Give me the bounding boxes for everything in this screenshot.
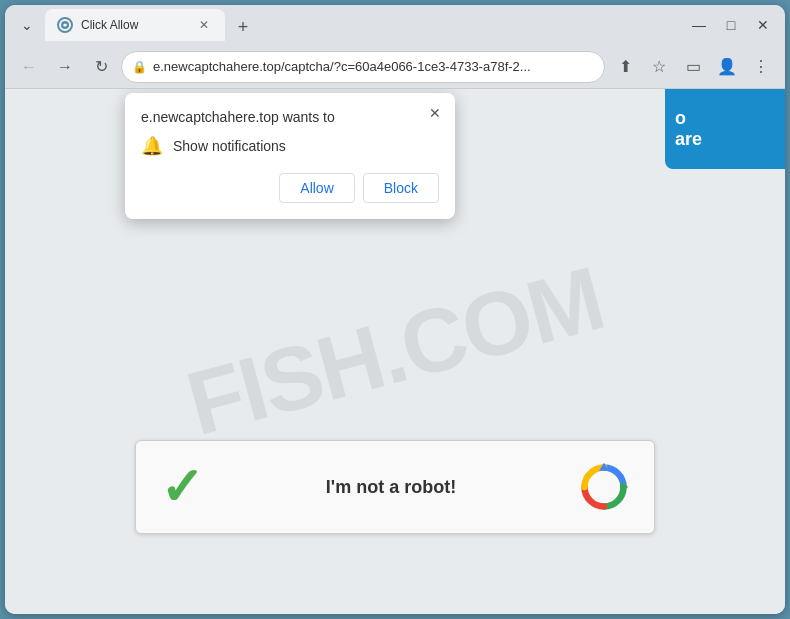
forward-button[interactable]: → <box>49 51 81 83</box>
address-bar[interactable]: 🔒 e.newcaptchahere.top/captcha/?c=60a4e0… <box>121 51 605 83</box>
toolbar-right: ⬆ ☆ ▭ 👤 ⋮ <box>609 51 777 83</box>
reload-button[interactable]: ↻ <box>85 51 117 83</box>
captcha-container: ✓ I'm not a robot! <box>135 440 655 534</box>
blue-header-line2: are <box>675 129 702 150</box>
tabs-area: Click Allow ✕ + <box>41 9 685 41</box>
browser-window: ⌄ Click Allow ✕ + — □ <box>5 5 785 614</box>
popup-buttons: Allow Block <box>141 173 439 203</box>
blue-header: o are <box>665 89 785 169</box>
notification-popup: ✕ e.newcaptchahere.top wants to 🔔 Show n… <box>125 93 455 219</box>
new-tab-button[interactable]: + <box>229 13 257 41</box>
popup-close-button[interactable]: ✕ <box>423 101 447 125</box>
captcha-label: I'm not a robot! <box>326 477 456 498</box>
tab-title: Click Allow <box>81 18 187 32</box>
chevron-down-button[interactable]: ⌄ <box>13 11 41 39</box>
blue-header-line1: o <box>675 108 686 129</box>
window-controls: — □ ✕ <box>685 11 777 39</box>
tab-favicon <box>57 17 73 33</box>
address-text: e.newcaptchahere.top/captcha/?c=60a4e066… <box>153 59 594 74</box>
back-button[interactable]: ← <box>13 51 45 83</box>
title-bar: ⌄ Click Allow ✕ + — □ <box>5 5 785 45</box>
minimize-button[interactable]: — <box>685 11 713 39</box>
lock-icon: 🔒 <box>132 60 147 74</box>
toolbar: ← → ↻ 🔒 e.newcaptchahere.top/captcha/?c=… <box>5 45 785 89</box>
recaptcha-logo <box>578 461 630 513</box>
block-button[interactable]: Block <box>363 173 439 203</box>
profile-button[interactable]: 👤 <box>711 51 743 83</box>
active-tab[interactable]: Click Allow ✕ <box>45 9 225 41</box>
tab-close-button[interactable]: ✕ <box>195 16 213 34</box>
menu-button[interactable]: ⋮ <box>745 51 777 83</box>
watermark-text: FISH.COM <box>177 247 613 456</box>
popup-permission-text: Show notifications <box>173 138 286 154</box>
bell-icon: 🔔 <box>141 135 163 157</box>
bookmark-button[interactable]: ☆ <box>643 51 675 83</box>
close-button[interactable]: ✕ <box>749 11 777 39</box>
allow-button[interactable]: Allow <box>279 173 354 203</box>
sidebar-button[interactable]: ▭ <box>677 51 709 83</box>
maximize-button[interactable]: □ <box>717 11 745 39</box>
popup-title: e.newcaptchahere.top wants to <box>141 109 439 125</box>
popup-permission: 🔔 Show notifications <box>141 135 439 157</box>
checkmark-icon: ✓ <box>160 461 204 513</box>
page-content: FISH.COM o are ✕ e.newcaptchahere.top wa… <box>5 89 785 614</box>
share-button[interactable]: ⬆ <box>609 51 641 83</box>
